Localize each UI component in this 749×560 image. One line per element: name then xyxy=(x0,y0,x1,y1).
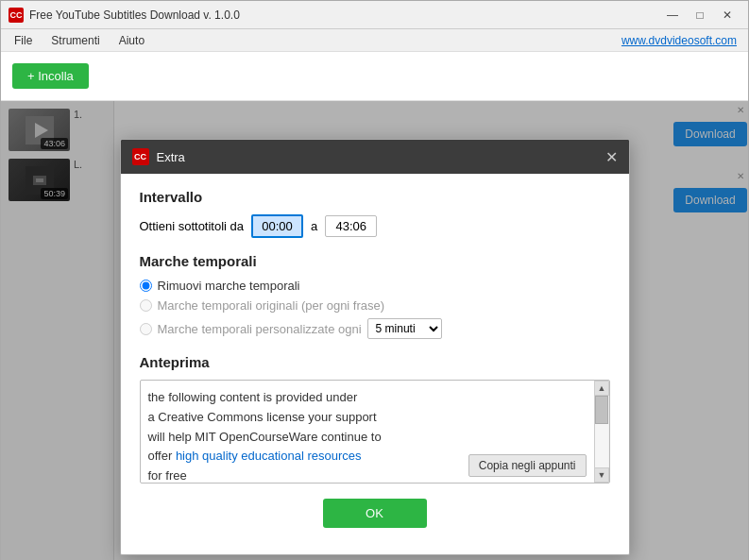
window-controls: — □ ✕ xyxy=(659,6,740,25)
extra-modal: CC Extra ✕ Intervallo Ottieni sottotitol… xyxy=(120,139,630,555)
radio-originali[interactable] xyxy=(140,299,152,312)
modal-overlay: CC Extra ✕ Intervallo Ottieni sottotitol… xyxy=(1,101,748,560)
incolla-button[interactable]: + Incolla xyxy=(12,63,89,89)
scroll-up-button[interactable]: ▲ xyxy=(594,381,609,396)
menu-file[interactable]: File xyxy=(5,32,42,49)
modal-icon: CC xyxy=(132,148,149,165)
radio-row-2: Marche temporali originali (per ogni fra… xyxy=(140,298,610,313)
modal-body: Intervallo Ottieni sottotitoli da a Marc… xyxy=(121,174,629,554)
radio-label-originali: Marche temporali originali (per ogni fra… xyxy=(158,298,385,313)
anteprima-line-3: will help MIT OpenCourseWare continue to xyxy=(148,428,587,448)
scroll-down-button[interactable]: ▼ xyxy=(594,467,609,483)
app-icon: CC xyxy=(9,8,24,23)
radio-group: Rimuovi marche temporali Marche temporal… xyxy=(140,279,610,339)
from-time-input[interactable] xyxy=(251,214,303,238)
a-label: a xyxy=(311,219,317,233)
marche-temporali-header: Marche temporali xyxy=(140,253,610,269)
menu-aiuto[interactable]: Aiuto xyxy=(110,32,154,49)
radio-personalizzate[interactable] xyxy=(140,323,152,335)
to-time-input[interactable] xyxy=(325,215,377,237)
app-title: Free YouTube Subtitles Download v. 1.0.0 xyxy=(29,8,659,22)
minimize-button[interactable]: — xyxy=(659,6,686,25)
toolbar: + Incolla xyxy=(1,52,748,101)
radio-row-3: Marche temporali personalizzate ogni 5 m… xyxy=(140,318,610,339)
copy-button[interactable]: Copia negli appunti xyxy=(468,454,587,477)
radio-label-personalizzate: Marche temporali personalizzate ogni xyxy=(158,322,362,336)
radio-row-1: Rimuovi marche temporali xyxy=(140,279,610,293)
scroll-thumb[interactable] xyxy=(595,396,608,424)
modal-header: CC Extra ✕ xyxy=(121,140,629,174)
close-button[interactable]: ✕ xyxy=(714,6,740,25)
anteprima-header: Anteprima xyxy=(140,354,610,370)
website-link[interactable]: www.dvdvideosoft.com xyxy=(621,34,744,47)
content-area: 43:06 1. 50:39 L. Download ✕ xyxy=(1,101,748,560)
modal-footer: OK xyxy=(140,499,610,535)
custom-interval-dropdown[interactable]: 5 minuti 1 minuto 2 minuti 10 minuti xyxy=(367,318,442,339)
modal-title: Extra xyxy=(157,150,605,164)
maximize-button[interactable]: □ xyxy=(687,6,713,25)
modal-close-button[interactable]: ✕ xyxy=(605,148,618,166)
menu-strumenti[interactable]: Strumenti xyxy=(42,32,109,49)
app-window: CC Free YouTube Subtitles Download v. 1.… xyxy=(0,0,749,560)
anteprima-line-1: the following content is provided under xyxy=(148,388,587,408)
intervallo-row: Ottieni sottotitoli da a xyxy=(140,214,610,238)
anteprima-container: the following content is provided under … xyxy=(140,380,610,484)
anteprima-line-2: a Creative Commons license your support xyxy=(148,408,587,428)
radio-rimuovi[interactable] xyxy=(140,280,152,292)
scroll-track xyxy=(595,396,608,467)
menu-bar: File Strumenti Aiuto www.dvdvideosoft.co… xyxy=(1,29,748,52)
radio-label-rimuovi: Rimuovi marche temporali xyxy=(158,279,300,293)
ottieni-label: Ottieni sottotitoli da xyxy=(140,219,245,233)
intervallo-header: Intervallo xyxy=(140,189,610,205)
ok-button[interactable]: OK xyxy=(323,499,427,528)
title-bar: CC Free YouTube Subtitles Download v. 1.… xyxy=(1,1,748,29)
anteprima-scrollbar: ▲ ▼ xyxy=(594,381,609,483)
